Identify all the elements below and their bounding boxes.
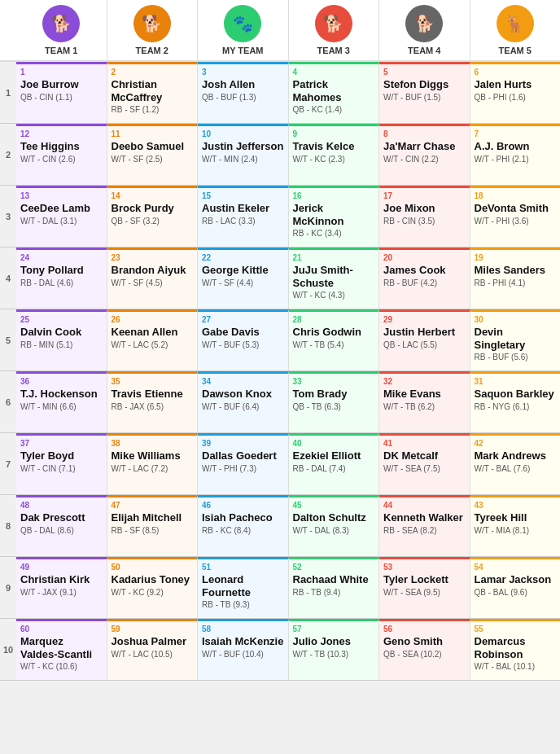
pick-cell: 58Isaiah McKenzieW/T - BUF (10.4) <box>198 619 289 680</box>
pick-cell: 24Tony PollardRB - DAL (4.6) <box>16 248 107 309</box>
player-info: QB - SEA (10.2) <box>383 650 466 659</box>
row-number: 2 <box>0 124 16 185</box>
player-name: Brandon Aiyuk <box>112 264 194 277</box>
pick-number: 21 <box>293 253 375 262</box>
player-info: W/T - BUF (10.4) <box>202 650 284 659</box>
player-info: RB - KC (8.4) <box>202 526 284 535</box>
player-info: RB - TB (9.4) <box>293 588 375 597</box>
draft-row: 424Tony PollardRB - DAL (4.6)23Brandon A… <box>0 248 560 309</box>
pick-number: 14 <box>112 191 194 200</box>
player-name: Jalen Hurts <box>475 78 557 91</box>
pick-number: 10 <box>202 129 284 138</box>
pick-number: 59 <box>112 625 194 633</box>
pick-number: 41 <box>383 439 466 448</box>
pick-number: 58 <box>202 625 284 633</box>
pick-number: 16 <box>293 191 375 200</box>
pick-number: 56 <box>383 625 466 633</box>
pick-cell: 19Miles SandersRB - PHI (4.1) <box>470 248 561 309</box>
pick-number: 46 <box>202 501 284 510</box>
cells-row: 60Marquez Valdes-ScantliW/T - KC (10.6)5… <box>16 619 560 680</box>
pick-cell: 42Mark AndrewsW/T - BAL (7.6) <box>470 433 561 494</box>
pick-number: 22 <box>202 253 284 262</box>
team-icon-2: 🐕 <box>133 5 171 42</box>
player-info: RB - NYG (6.1) <box>475 402 557 411</box>
player-name: Jerick McKinnon <box>293 202 375 227</box>
player-info: RB - BUF (5.6) <box>475 353 557 362</box>
pick-cell: 36T.J. HockensonW/T - MIN (6.6) <box>16 371 107 432</box>
cells-row: 25Dalvin CookRB - MIN (5.1)26Keenan Alle… <box>16 309 560 370</box>
pick-cell: 38Mike WilliamsW/T - LAC (7.2) <box>107 433 199 494</box>
player-name: Brock Purdy <box>112 202 194 215</box>
pick-number: 6 <box>475 68 557 77</box>
draft-row: 949Christian KirkW/T - JAX (9.1)50Kadari… <box>0 557 560 619</box>
pick-cell: 44Kenneth WalkerRB - SEA (8.2) <box>379 495 470 556</box>
pick-number: 18 <box>475 191 557 200</box>
pick-cell: 28Chris GodwinW/T - TB (5.4) <box>289 309 380 370</box>
pick-number: 23 <box>112 253 194 262</box>
pick-number: 15 <box>202 191 284 200</box>
row-number: 10 <box>0 619 16 680</box>
pick-number: 39 <box>202 439 284 448</box>
pick-cell: 27Gabe DavisW/T - BUF (5.3) <box>198 309 289 370</box>
draft-row: 848Dak PrescottQB - DAL (8.6)47Elijah Mi… <box>0 495 560 557</box>
pick-number: 43 <box>475 501 557 510</box>
cells-row: 49Christian KirkW/T - JAX (9.1)50Kadariu… <box>16 557 560 618</box>
player-info: RB - MIN (5.1) <box>20 340 103 349</box>
player-name: Stefon Diggs <box>383 78 466 91</box>
player-name: Tyler Lockett <box>383 573 466 586</box>
pick-number: 13 <box>20 191 103 200</box>
player-name: Julio Jones <box>293 635 375 648</box>
player-name: Tyler Boyd <box>20 449 103 462</box>
pick-cell: 25Dalvin CookRB - MIN (5.1) <box>16 309 107 370</box>
player-info: W/T - DAL (8.3) <box>293 526 375 535</box>
player-name: DK Metcalf <box>383 449 466 462</box>
player-info: RB - KC (3.4) <box>293 229 375 238</box>
player-info: W/T - CIN (2.6) <box>20 155 103 164</box>
pick-cell: 39Dallas GoedertW/T - PHI (7.3) <box>198 433 289 494</box>
player-info: W/T - LAC (10.5) <box>112 650 194 659</box>
cells-row: 13CeeDee LambW/T - DAL (3.1)14Brock Purd… <box>16 186 560 247</box>
pick-number: 11 <box>112 129 194 138</box>
player-info: W/T - LAC (5.2) <box>112 340 194 349</box>
pick-cell: 26Keenan AllenW/T - LAC (5.2) <box>107 309 199 370</box>
player-info: QB - BAL (9.6) <box>475 588 557 597</box>
player-info: W/T - TB (5.4) <box>293 340 375 349</box>
pick-cell: 16Jerick McKinnonRB - KC (3.4) <box>289 186 380 247</box>
player-name: Josh Allen <box>202 78 284 91</box>
pick-cell: 31Saquon BarkleyRB - NYG (6.1) <box>470 371 561 432</box>
player-info: W/T - SF (4.5) <box>112 278 194 287</box>
player-name: Tony Pollard <box>20 264 103 277</box>
team-label-5: TEAM 4 <box>408 46 440 55</box>
pick-cell: 49Christian KirkW/T - JAX (9.1) <box>16 557 107 618</box>
draft-row: 212Tee HigginsW/T - CIN (2.6)11Deebo Sam… <box>0 124 560 186</box>
pick-number: 25 <box>20 315 103 324</box>
pick-number: 57 <box>293 625 375 633</box>
row-number: 3 <box>0 186 16 247</box>
player-name: Ja'Marr Chase <box>383 140 466 153</box>
pick-number: 3 <box>202 68 284 77</box>
player-name: Travis Etienne <box>112 388 194 401</box>
player-name: Mike Williams <box>112 449 194 462</box>
player-name: James Cook <box>383 264 466 277</box>
pick-cell: 2Christian McCaffreyRB - SF (1.2) <box>107 62 199 123</box>
player-info: W/T - BUF (5.3) <box>202 340 284 349</box>
player-info: W/T - KC (10.6) <box>20 662 103 671</box>
team-label-6: TEAM 5 <box>499 46 532 55</box>
player-name: Keenan Allen <box>112 326 194 339</box>
player-name: Dalton Schultz <box>293 511 375 524</box>
player-info: W/T - SEA (9.5) <box>383 588 466 597</box>
player-name: Justin Herbert <box>383 326 466 339</box>
pick-cell: 54Lamar JacksonQB - BAL (9.6) <box>470 557 561 618</box>
pick-cell: 48Dak PrescottQB - DAL (8.6) <box>16 495 107 556</box>
player-info: QB - DAL (8.6) <box>20 526 103 535</box>
player-info: W/T - MIN (2.4) <box>202 155 284 164</box>
player-name: DeVonta Smith <box>475 202 557 215</box>
row-number: 1 <box>0 62 16 123</box>
pick-cell: 21JuJu Smith-SchusteW/T - KC (4.3) <box>289 248 380 309</box>
pick-cell: 5Stefon DiggsW/T - BUF (1.5) <box>379 62 470 123</box>
player-info: QB - LAC (5.5) <box>383 340 466 349</box>
pick-cell: 18DeVonta SmithW/T - PHI (3.6) <box>470 186 561 247</box>
pick-cell: 9Travis KelceW/T - KC (2.3) <box>289 124 380 185</box>
pick-number: 47 <box>112 501 194 510</box>
draft-row: 1060Marquez Valdes-ScantliW/T - KC (10.6… <box>0 619 560 681</box>
